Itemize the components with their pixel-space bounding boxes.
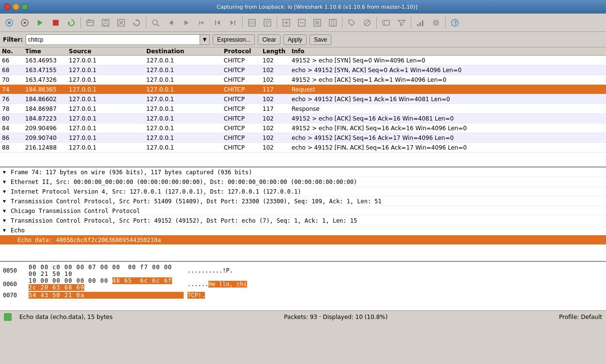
toolbar-sep-4	[277, 17, 277, 29]
ignore-packet-btn[interactable]	[360, 15, 374, 30]
detail-text: Echo data: 48656c6c6f2c20636869544350210…	[17, 237, 161, 243]
col-header-time: Time	[23, 47, 67, 55]
table-row[interactable]: 84 209.90496 127.0.0.1 127.0.0.1 CHITCP …	[0, 123, 606, 133]
packet-list-header: No. Time Source Destination Protocol Len…	[0, 47, 606, 56]
goto-btn[interactable]	[195, 15, 209, 30]
cell-info: 49152 > echo [ACK] Seq=16 Ack=16 Win=408…	[290, 115, 606, 122]
detail-row[interactable]: ▼ Echo	[0, 226, 606, 235]
colorize-btn[interactable]	[245, 15, 259, 30]
table-row[interactable]: 78 184.86987 127.0.0.1 127.0.0.1 CHITCP …	[0, 104, 606, 114]
cell-length: 102	[261, 134, 290, 142]
table-row[interactable]: 76 184.86602 127.0.0.1 127.0.0.1 CHITCP …	[0, 94, 606, 104]
cell-time: 184.86602	[23, 95, 67, 103]
filter-conv-btn[interactable]	[394, 15, 409, 30]
last-packet-btn[interactable]	[226, 15, 240, 30]
expand-icon: ▼	[3, 228, 9, 233]
detail-row[interactable]: Echo data: 48656c6c6f2c20636869544350210…	[0, 235, 606, 245]
filter-input[interactable]	[26, 34, 200, 45]
cell-time: 209.90496	[23, 124, 67, 132]
prev-packet-btn[interactable]	[164, 15, 178, 30]
hex-ascii: ......He llo, chi	[187, 281, 247, 288]
hex-ascii: ..........!P.	[187, 267, 233, 274]
save-filter-btn[interactable]: Save	[310, 34, 331, 45]
svg-line-41	[365, 20, 370, 25]
minimize-window-btn[interactable]	[13, 3, 19, 10]
first-packet-btn[interactable]	[210, 15, 225, 30]
hex-offset: 0060	[3, 281, 25, 288]
zoom-out-btn[interactable]	[295, 15, 309, 30]
apply-btn[interactable]: Apply	[283, 34, 307, 45]
cell-destination: 127.0.0.1	[144, 124, 222, 132]
open-file-btn[interactable]	[83, 15, 97, 30]
reload-btn[interactable]	[129, 15, 144, 30]
hex-highlight-bytes: 48 65 6c 6c 6f 2c 20 63 68 69	[29, 277, 172, 291]
detail-row[interactable]: ▼ Transmission Control Protocol, Src Por…	[0, 216, 606, 226]
stop-capture-btn[interactable]	[48, 15, 63, 30]
cell-source: 127.0.0.1	[67, 66, 144, 74]
cell-protocol: CHITCP	[222, 134, 261, 142]
detail-row[interactable]: ▼ Ethernet II, Src: 00:00:00_00:00:00 (0…	[0, 177, 606, 187]
close-file-btn[interactable]	[114, 15, 128, 30]
table-row[interactable]: 70 163.47326 127.0.0.1 127.0.0.1 CHITCP …	[0, 75, 606, 85]
packet-list-empty	[0, 152, 606, 167]
table-row[interactable]: 80 184.87223 127.0.0.1 127.0.0.1 CHITCP …	[0, 114, 606, 123]
hex-row-0050: 0050 00 00 c0 00 00 07 00 00 00 f7 00 00…	[3, 264, 603, 277]
cell-no: 74	[0, 86, 23, 93]
colorize-conv-btn[interactable]	[379, 15, 393, 30]
close-window-btn[interactable]	[4, 3, 11, 10]
hex-highlight-ascii: He llo, chi	[208, 281, 247, 288]
zoom-fit-btn[interactable]	[310, 15, 325, 30]
svg-rect-36	[315, 21, 319, 25]
detail-row[interactable]: ▼ Chicago Transmission Control Protocol	[0, 206, 606, 216]
cell-protocol: CHITCP	[222, 66, 261, 74]
status-echo-data: Echo data (echo.data), 15 bytes	[19, 314, 112, 320]
cell-info: echo > 49152 [ACK] Seq=1 Ack=16 Win=4081…	[290, 95, 606, 103]
clear-btn[interactable]: Clear	[258, 34, 280, 45]
next-packet-btn[interactable]	[179, 15, 194, 30]
svg-rect-45	[420, 22, 421, 26]
zoom-in-btn[interactable]	[279, 15, 294, 30]
mark-packet-btn[interactable]	[344, 15, 359, 30]
cell-time: 216.12488	[23, 144, 67, 152]
toolbar-sep-8	[445, 17, 446, 29]
detail-row[interactable]: ▼ Internet Protocol Version 4, Src: 127.…	[0, 187, 606, 197]
svg-rect-37	[329, 19, 336, 26]
interfaces-btn[interactable]	[2, 15, 16, 30]
cell-destination: 127.0.0.1	[144, 115, 222, 122]
toolbar-sep-5	[342, 17, 342, 29]
statistics-btn[interactable]	[413, 15, 428, 30]
status-packets-info: Packets: 93 · Displayed: 10 (10.8%)	[284, 314, 388, 320]
resize-columns-btn[interactable]	[326, 15, 340, 30]
cell-no: 68	[0, 66, 23, 74]
window-controls[interactable]	[4, 3, 28, 10]
filter-input-wrapper: ▼	[26, 34, 210, 45]
table-row[interactable]: 66 163.46953 127.0.0.1 127.0.0.1 CHITCP …	[0, 56, 606, 65]
decode-btn[interactable]	[260, 15, 275, 30]
detail-row[interactable]: ▼ Frame 74: 117 bytes on wire (936 bits)…	[0, 167, 606, 177]
cell-protocol: CHITCP	[222, 115, 261, 122]
expand-icon: ▼	[3, 218, 9, 223]
table-row[interactable]: 88 216.12488 127.0.0.1 127.0.0.1 CHITCP …	[0, 143, 606, 152]
cell-length: 117	[261, 86, 290, 93]
table-row[interactable]: 68 163.47155 127.0.0.1 127.0.0.1 CHITCP …	[0, 65, 606, 75]
cell-destination: 127.0.0.1	[144, 95, 222, 103]
save-file-btn[interactable]	[98, 15, 113, 30]
preferences-btn[interactable]	[429, 15, 443, 30]
hex-bytes: 00 00 c0 00 00 07 00 00 00 f7 00 00 00 2…	[29, 264, 184, 277]
maximize-window-btn[interactable]	[21, 3, 28, 10]
help-btn[interactable]: ?	[448, 15, 462, 30]
detail-row[interactable]: ▼ Transmission Control Protocol, Src Por…	[0, 197, 606, 206]
table-row[interactable]: 74 184.86365 127.0.0.1 127.0.0.1 CHITCP …	[0, 85, 606, 94]
filter-dropdown-btn[interactable]: ▼	[200, 34, 210, 45]
cell-protocol: CHITCP	[222, 57, 261, 64]
detail-text: Internet Protocol Version 4, Src: 127.0.…	[11, 188, 301, 195]
expression-btn[interactable]: Expression...	[213, 34, 255, 45]
restart-capture-btn[interactable]	[64, 15, 78, 30]
table-row[interactable]: 86 209.90740 127.0.0.1 127.0.0.1 CHITCP …	[0, 133, 606, 143]
capture-options-btn[interactable]	[17, 15, 32, 30]
start-capture-btn[interactable]	[33, 15, 47, 30]
cell-length: 102	[261, 76, 290, 84]
cell-source: 127.0.0.1	[67, 134, 144, 142]
cell-source: 127.0.0.1	[67, 57, 144, 64]
find-btn[interactable]	[148, 15, 163, 30]
